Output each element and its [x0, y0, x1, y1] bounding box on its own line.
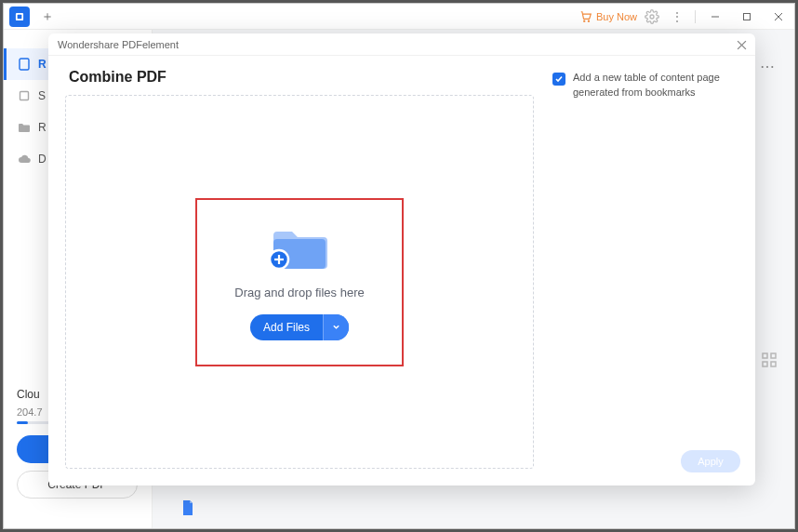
svg-rect-15: [771, 362, 776, 366]
folder-icon: [18, 121, 31, 134]
modal-options: Add a new table of content page generate…: [552, 69, 738, 469]
app-logo: [9, 7, 30, 27]
dropzone-text: Drag and drop files here: [234, 286, 364, 299]
app-window: ＋ Buy Now ⋮: [3, 3, 795, 529]
sidebar-item-label: R: [38, 58, 47, 71]
page-more-icon[interactable]: ⋯: [760, 58, 776, 75]
file-thumb-icon: [179, 499, 197, 517]
grid-view-icon[interactable]: [761, 352, 778, 368]
new-tab-button[interactable]: ＋: [37, 7, 58, 27]
toc-label: Add a new table of content page generate…: [573, 71, 738, 100]
add-files-label: Add Files: [263, 321, 310, 334]
apply-button[interactable]: Apply: [681, 450, 740, 472]
svg-rect-2: [18, 14, 22, 19]
svg-rect-7: [744, 13, 751, 20]
add-files-dropdown[interactable]: [323, 314, 349, 340]
modal-close-button[interactable]: [733, 36, 750, 53]
sidebar-item-label: D: [38, 153, 47, 166]
toc-checkbox-row[interactable]: Add a new table of content page generate…: [552, 71, 738, 100]
minimize-button[interactable]: [703, 7, 727, 27]
svg-point-3: [584, 20, 585, 21]
maximize-button[interactable]: [735, 7, 759, 27]
apply-label: Apply: [698, 456, 724, 467]
combine-pdf-modal: Wondershare PDFelement Combine PDF: [48, 33, 755, 485]
sidebar-item-label: S: [38, 89, 46, 102]
svg-point-4: [588, 20, 589, 21]
buy-now-label: Buy Now: [596, 11, 637, 22]
modal-footer: Apply: [681, 450, 740, 472]
close-button[interactable]: [766, 7, 791, 27]
cloud-icon: [18, 153, 31, 166]
more-menu-icon[interactable]: ⋮: [667, 9, 687, 24]
svg-rect-10: [20, 59, 29, 70]
modal-body: Combine PDF: [48, 56, 755, 485]
svg-rect-11: [20, 92, 29, 100]
square-icon: [18, 89, 31, 102]
svg-rect-12: [763, 353, 767, 358]
divider: [695, 10, 696, 23]
checkbox-checked-icon[interactable]: [552, 73, 565, 86]
settings-icon[interactable]: [645, 9, 659, 24]
folder-add-icon: [234, 222, 364, 274]
svg-point-5: [650, 15, 654, 19]
add-files-split-button: Add Files: [250, 314, 349, 340]
add-files-button[interactable]: Add Files: [250, 314, 323, 340]
app-body: R S R D Clou 204: [4, 30, 794, 528]
modal-titlebar: Wondershare PDFelement: [48, 33, 755, 56]
buy-now-button[interactable]: Buy Now: [579, 10, 637, 23]
dropzone[interactable]: Drag and drop files here Add Files: [65, 95, 534, 469]
svg-rect-13: [771, 353, 776, 358]
sidebar-item-label: R: [38, 121, 47, 134]
svg-rect-14: [763, 362, 767, 366]
modal-title: Wondershare PDFelement: [58, 39, 179, 50]
modal-heading: Combine PDF: [69, 69, 534, 86]
dropzone-highlight: Drag and drop files here Add Files: [195, 198, 403, 366]
titlebar: ＋ Buy Now ⋮: [4, 4, 794, 30]
doc-icon: [18, 58, 31, 71]
